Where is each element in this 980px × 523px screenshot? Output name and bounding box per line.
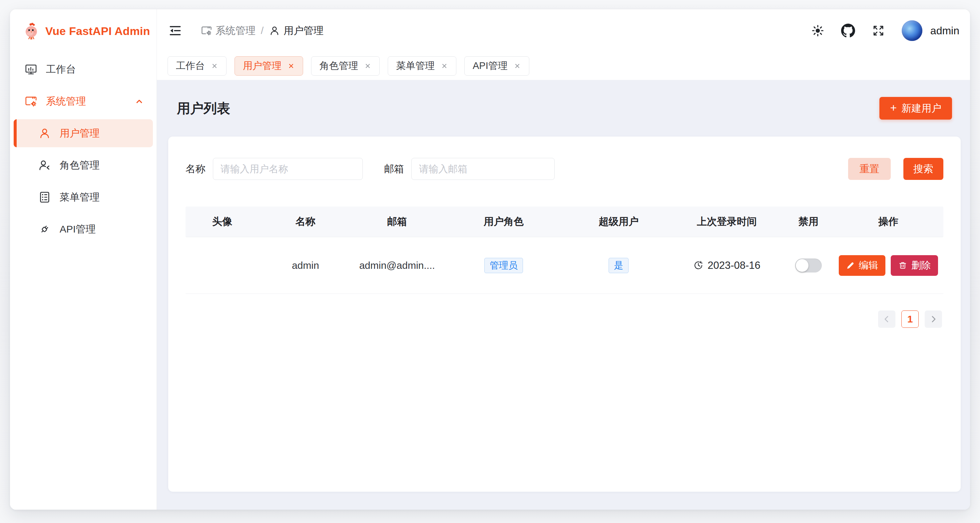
collapse-sidebar-icon[interactable] bbox=[168, 24, 182, 38]
column-header-superuser: 超级用户 bbox=[565, 215, 672, 229]
tab-label: 角色管理 bbox=[320, 59, 358, 73]
username-label[interactable]: admin bbox=[931, 25, 959, 37]
chevron-up-icon bbox=[134, 95, 145, 107]
main-area: 系统管理 / 用户管理 bbox=[157, 10, 970, 510]
sidebar-item-label: 系统管理 bbox=[46, 95, 86, 108]
sidebar-item-api-management[interactable]: API管理 bbox=[14, 215, 153, 243]
tab-menu-management[interactable]: 菜单管理 bbox=[388, 56, 457, 76]
sidebar-menu: 工作台 系统管理 bbox=[10, 52, 157, 243]
sidebar-item-label: 菜单管理 bbox=[60, 191, 100, 204]
chevron-left-icon bbox=[882, 315, 891, 323]
content-area: 用户列表 + 新建用户 名称 邮箱 重置 搜索 bbox=[157, 80, 970, 510]
email-cell: admin@admin.... bbox=[352, 260, 442, 271]
name-filter-label: 名称 bbox=[186, 162, 205, 176]
theme-toggle-sun-icon[interactable] bbox=[811, 24, 824, 37]
reset-button[interactable]: 重置 bbox=[848, 158, 891, 180]
delete-button[interactable]: 删除 bbox=[891, 255, 938, 276]
logo[interactable]: Vue FastAPI Admin bbox=[10, 10, 157, 52]
close-icon[interactable] bbox=[288, 62, 295, 70]
superuser-tag: 是 bbox=[609, 258, 628, 273]
prev-page-button[interactable] bbox=[878, 310, 896, 328]
window-gear-icon bbox=[25, 95, 37, 108]
search-button[interactable]: 搜索 bbox=[904, 158, 943, 180]
name-filter-input[interactable] bbox=[213, 158, 363, 180]
close-icon[interactable] bbox=[364, 62, 371, 70]
user-role-icon bbox=[38, 159, 51, 172]
sidebar-item-role-management[interactable]: 角色管理 bbox=[14, 151, 153, 179]
name-cell: admin bbox=[259, 260, 352, 271]
sidebar-item-label: 用户管理 bbox=[60, 127, 100, 140]
disabled-toggle[interactable] bbox=[795, 259, 822, 272]
email-filter-label: 邮箱 bbox=[384, 162, 404, 176]
tab-label: 工作台 bbox=[176, 59, 205, 73]
plus-icon: + bbox=[890, 101, 897, 114]
pagination: 1 bbox=[186, 310, 943, 328]
sidebar-item-label: API管理 bbox=[60, 223, 95, 236]
tab-role-management[interactable]: 角色管理 bbox=[311, 56, 380, 76]
tab-label: API管理 bbox=[473, 59, 508, 73]
menu-list-icon bbox=[38, 191, 51, 203]
user-icon bbox=[269, 25, 280, 36]
toggle-knob bbox=[796, 259, 808, 272]
github-icon[interactable] bbox=[841, 24, 855, 38]
tab-workbench[interactable]: 工作台 bbox=[167, 56, 226, 76]
sidebar-item-user-management[interactable]: 用户管理 bbox=[14, 119, 153, 147]
close-icon[interactable] bbox=[441, 62, 448, 70]
close-icon[interactable] bbox=[211, 62, 218, 70]
tab-user-management[interactable]: 用户管理 bbox=[234, 56, 303, 76]
plug-icon bbox=[38, 223, 51, 235]
table-row: admin admin@admin.... 管理员 是 bbox=[186, 237, 943, 294]
app-title: Vue FastAPI Admin bbox=[45, 25, 150, 38]
close-icon[interactable] bbox=[514, 62, 521, 70]
new-user-button[interactable]: + 新建用户 bbox=[880, 97, 952, 119]
breadcrumb-label: 用户管理 bbox=[283, 24, 323, 38]
column-header-disabled: 禁用 bbox=[782, 215, 835, 229]
email-filter-input[interactable] bbox=[411, 158, 555, 180]
role-cell: 管理员 bbox=[442, 258, 565, 273]
column-header-name: 名称 bbox=[259, 215, 352, 229]
breadcrumb-users[interactable]: 用户管理 bbox=[269, 24, 323, 38]
breadcrumb: 系统管理 / 用户管理 bbox=[201, 24, 323, 38]
window-gear-icon bbox=[201, 25, 212, 36]
column-header-actions: 操作 bbox=[835, 215, 942, 229]
sidebar-item-label: 角色管理 bbox=[60, 159, 100, 172]
tab-label: 菜单管理 bbox=[396, 59, 435, 73]
edit-button-label: 编辑 bbox=[859, 259, 878, 272]
actions-cell: 编辑 删除 bbox=[835, 255, 942, 276]
role-tag: 管理员 bbox=[484, 258, 523, 273]
user-list-card: 名称 邮箱 重置 搜索 头像 名称 邮箱 用户角色 超级用户 上次登录时间 bbox=[168, 137, 961, 492]
trash-icon bbox=[898, 261, 907, 270]
table-header-row: 头像 名称 邮箱 用户角色 超级用户 上次登录时间 禁用 操作 bbox=[186, 207, 943, 237]
column-header-email: 邮箱 bbox=[352, 215, 442, 229]
last-login-value: 2023-08-16 bbox=[708, 259, 760, 272]
sidebar-item-workbench[interactable]: 工作台 bbox=[14, 55, 153, 83]
sidebar-item-system[interactable]: 系统管理 bbox=[14, 87, 153, 115]
last-login-cell: 2023-08-16 bbox=[672, 259, 782, 272]
app-window: Vue FastAPI Admin 工作台 bbox=[10, 10, 970, 510]
tab-label: 用户管理 bbox=[243, 59, 282, 73]
next-page-button[interactable] bbox=[925, 310, 942, 328]
sidebar: Vue FastAPI Admin 工作台 bbox=[10, 10, 157, 510]
top-bar: 系统管理 / 用户管理 bbox=[157, 10, 970, 52]
pencil-icon bbox=[846, 261, 855, 270]
filter-bar: 名称 邮箱 重置 搜索 bbox=[186, 158, 943, 180]
page-header: 用户列表 + 新建用户 bbox=[168, 80, 961, 137]
sidebar-item-label: 工作台 bbox=[46, 63, 76, 76]
breadcrumb-separator: / bbox=[261, 25, 264, 36]
column-header-role: 用户角色 bbox=[442, 215, 565, 229]
column-header-last-login: 上次登录时间 bbox=[672, 215, 782, 229]
breadcrumb-system[interactable]: 系统管理 bbox=[201, 24, 256, 38]
sidebar-item-menu-management[interactable]: 菜单管理 bbox=[14, 183, 153, 211]
chevron-right-icon bbox=[929, 315, 938, 323]
page-number-button[interactable]: 1 bbox=[901, 310, 919, 328]
user-avatar[interactable] bbox=[902, 20, 923, 41]
user-icon bbox=[38, 127, 51, 140]
clock-icon bbox=[693, 260, 703, 270]
fullscreen-icon[interactable] bbox=[872, 24, 885, 37]
monitor-icon bbox=[25, 63, 37, 76]
superuser-cell: 是 bbox=[565, 258, 672, 273]
edit-button[interactable]: 编辑 bbox=[839, 255, 885, 276]
user-table: 头像 名称 邮箱 用户角色 超级用户 上次登录时间 禁用 操作 admin ad… bbox=[186, 207, 943, 294]
chick-logo-icon bbox=[23, 22, 39, 40]
tab-api-management[interactable]: API管理 bbox=[465, 56, 529, 76]
